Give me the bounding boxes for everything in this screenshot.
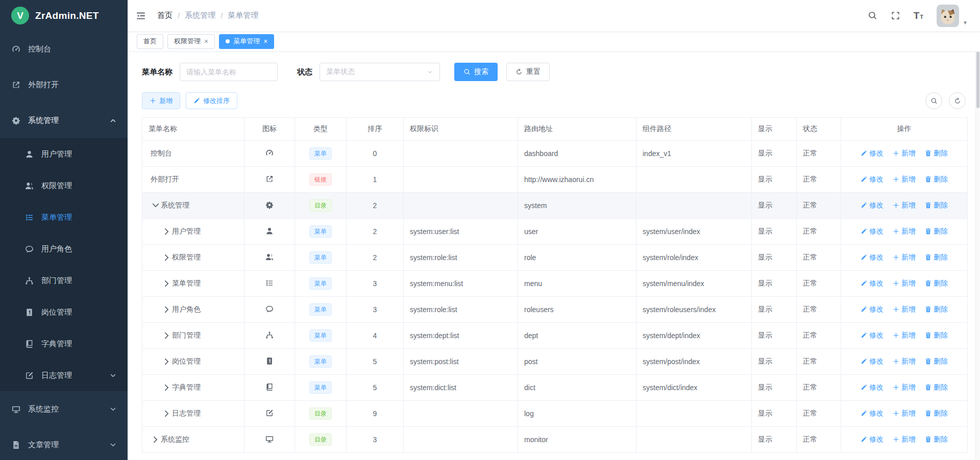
breadcrumb-item[interactable]: 系统管理: [185, 11, 215, 20]
delete-button[interactable]: 删除: [925, 201, 948, 210]
delete-button[interactable]: 删除: [925, 279, 948, 288]
table-row[interactable]: 用户角色菜单3system:role:listroleuserssystem/r…: [142, 297, 968, 323]
edit-button[interactable]: 修改: [861, 227, 884, 236]
user-menu[interactable]: ▼: [937, 5, 968, 27]
sidebar-item-system[interactable]: 系统管理: [0, 103, 128, 138]
sidebar-item-dict[interactable]: 字典管理: [0, 328, 128, 360]
fullscreen-icon[interactable]: [891, 11, 900, 20]
tab-role[interactable]: 权限管理×: [167, 34, 215, 49]
add-button[interactable]: 新增: [893, 331, 916, 340]
cell-name: 部门管理: [142, 323, 244, 349]
table-row[interactable]: 岗位管理菜单5system:post:listpostsystem/post/i…: [142, 349, 968, 375]
sidebar-item-roleusers[interactable]: 用户角色: [0, 233, 128, 265]
close-icon[interactable]: ×: [263, 37, 267, 45]
column-header: 菜单名称: [142, 118, 244, 141]
delete-button[interactable]: 删除: [925, 409, 948, 418]
sidebar-item-menu[interactable]: 菜单管理: [0, 201, 128, 233]
add-button[interactable]: 新增: [893, 357, 916, 366]
menu-name-input[interactable]: [180, 63, 278, 81]
edit-button[interactable]: 修改: [861, 149, 884, 158]
sidebar-item-monitor[interactable]: 系统监控: [0, 391, 128, 427]
hamburger-icon[interactable]: [136, 11, 146, 21]
search-button[interactable]: 搜索: [454, 63, 498, 81]
sidebar-item-dept[interactable]: 部门管理: [0, 265, 128, 296]
plus-icon: [893, 150, 899, 157]
sidebar-item-article[interactable]: 文章管理: [0, 427, 128, 460]
add-button[interactable]: 新增: [893, 383, 916, 392]
breadcrumb-item[interactable]: 首页: [157, 11, 173, 20]
add-button[interactable]: 新增: [893, 201, 916, 210]
delete-button[interactable]: 删除: [925, 435, 948, 444]
menu-name: 系统管理: [161, 201, 189, 209]
delete-button[interactable]: 删除: [925, 175, 948, 184]
add-button[interactable]: 新增: [893, 227, 916, 236]
expand-arrow-icon[interactable]: [162, 382, 172, 393]
table-row[interactable]: 日志管理目录9log显示正常修改新增删除: [142, 401, 968, 427]
sidebar-item-user[interactable]: 用户管理: [0, 138, 128, 170]
table-row[interactable]: 系统管理目录2system显示正常修改新增删除: [142, 193, 968, 219]
edit-button[interactable]: 修改: [861, 331, 884, 340]
delete-button[interactable]: 删除: [925, 149, 948, 158]
edit-button[interactable]: 修改: [861, 175, 884, 184]
delete-button[interactable]: 删除: [925, 357, 948, 366]
status-select[interactable]: 菜单状态: [320, 63, 440, 81]
delete-button[interactable]: 删除: [925, 253, 948, 262]
delete-button[interactable]: 删除: [925, 305, 948, 314]
table-row[interactable]: 外部打开链接1http://www.izhaorui.cn显示正常修改新增删除: [142, 167, 968, 193]
expand-arrow-icon[interactable]: [162, 408, 172, 419]
table-row[interactable]: 系统监控目录3monitor显示正常修改新增删除: [142, 427, 968, 453]
font-size-icon[interactable]: TT: [914, 10, 923, 21]
table-row[interactable]: 菜单管理菜单3system:menu:listmenusystem/menu/i…: [142, 271, 968, 297]
search-icon[interactable]: [868, 11, 877, 20]
add-button[interactable]: 新增: [893, 279, 916, 288]
expand-arrow-icon[interactable]: [162, 330, 172, 341]
table-row[interactable]: 控制台菜单0dashboardindex_v1显示正常修改新增删除: [142, 141, 968, 167]
expand-arrow-icon[interactable]: [162, 356, 172, 367]
add-button[interactable]: 新增: [893, 175, 916, 184]
table-row[interactable]: 部门管理菜单4system:dept:listdeptsystem/dept/i…: [142, 323, 968, 349]
cell-sort: 2: [347, 219, 404, 245]
edit-sort-button[interactable]: 修改排序: [186, 92, 237, 109]
cell-icon: [244, 375, 295, 401]
add-button[interactable]: 新增: [893, 149, 916, 158]
tab-home[interactable]: 首页: [137, 34, 163, 49]
expand-arrow-icon[interactable]: [162, 304, 172, 315]
tab-menu[interactable]: 菜单管理×: [219, 34, 274, 49]
expand-arrow-icon[interactable]: [151, 435, 161, 445]
add-button[interactable]: 新增: [893, 435, 916, 444]
collapse-arrow-icon[interactable]: [151, 200, 161, 211]
sidebar-item-external[interactable]: 外部打开: [0, 67, 128, 103]
refresh-table-button[interactable]: [949, 92, 966, 109]
edit-button[interactable]: 修改: [861, 201, 884, 210]
table-row[interactable]: 权限管理菜单2system:role:listrolesystem/role/i…: [142, 245, 968, 271]
delete-button[interactable]: 删除: [925, 383, 948, 392]
add-button[interactable]: 新增: [893, 253, 916, 262]
add-button[interactable]: 新增: [893, 305, 916, 314]
edit-button[interactable]: 修改: [861, 409, 884, 418]
edit-button[interactable]: 修改: [861, 305, 884, 314]
edit-button[interactable]: 修改: [861, 435, 884, 444]
sidebar-item-role[interactable]: 权限管理: [0, 170, 128, 201]
sidebar-item-dashboard[interactable]: 控制台: [0, 31, 128, 67]
chevron-down-icon: [109, 405, 117, 414]
delete-button[interactable]: 删除: [925, 331, 948, 340]
add-button[interactable]: 新增: [142, 92, 180, 109]
add-button[interactable]: 新增: [893, 409, 916, 418]
table-row[interactable]: 用户管理菜单2system:user:listusersystem/user/i…: [142, 219, 968, 245]
sidebar-item-log[interactable]: 日志管理: [0, 360, 128, 391]
expand-arrow-icon[interactable]: [162, 226, 172, 237]
reset-button[interactable]: 重置: [506, 63, 550, 81]
edit-button[interactable]: 修改: [861, 357, 884, 366]
edit-button[interactable]: 修改: [861, 383, 884, 392]
expand-arrow-icon[interactable]: [162, 252, 172, 263]
close-icon[interactable]: ×: [204, 37, 208, 45]
sidebar-item-post[interactable]: 岗位管理: [0, 296, 128, 328]
edit-button[interactable]: 修改: [861, 253, 884, 262]
edit-button[interactable]: 修改: [861, 279, 884, 288]
table-row[interactable]: 字典管理菜单5system:dict:listdictsystem/dict/i…: [142, 375, 968, 401]
delete-button[interactable]: 删除: [925, 227, 948, 236]
toggle-search-button[interactable]: [925, 92, 942, 109]
cell-name: 日志管理: [142, 401, 244, 427]
reset-button-label: 重置: [526, 67, 541, 76]
expand-arrow-icon[interactable]: [162, 278, 172, 289]
